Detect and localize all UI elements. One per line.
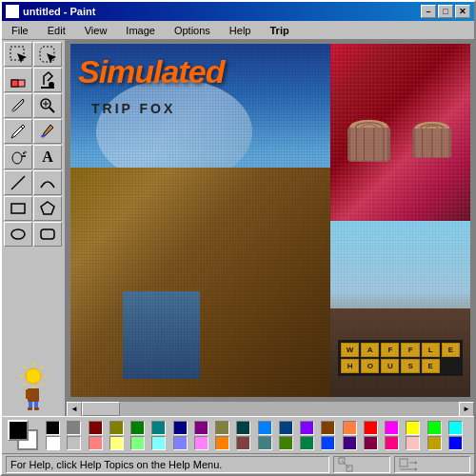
palette-grid [46, 421, 468, 450]
palette-olive3[interactable] [279, 436, 293, 450]
tool-ellipse[interactable] [4, 222, 32, 247]
simulated-text: Simulated [78, 55, 224, 88]
waffle-letter-a: A [361, 343, 379, 357]
svg-rect-34 [29, 402, 32, 408]
menu-file[interactable]: File [6, 24, 34, 37]
palette-white[interactable] [46, 436, 60, 450]
palette-brown2[interactable] [236, 436, 250, 450]
canvas-inner[interactable]: W A F F L E H O U S [70, 44, 470, 397]
palette-pink-light[interactable] [89, 436, 103, 450]
palette-olive[interactable] [109, 421, 124, 435]
palette-hot-pink[interactable] [385, 436, 399, 450]
menu-view[interactable]: View [79, 24, 113, 37]
palette-dark-teal[interactable] [236, 421, 250, 435]
palette-orange2[interactable] [215, 436, 229, 450]
waffle-letter-e: E [442, 343, 460, 357]
tool-line[interactable] [4, 170, 32, 195]
tool-brush[interactable] [33, 119, 62, 144]
palette-cyan[interactable] [448, 421, 463, 435]
minimize-button[interactable]: – [421, 5, 436, 18]
scrollbar-track[interactable] [82, 402, 459, 416]
waffle-letter-s: S [401, 359, 419, 373]
scrollbar-thumb[interactable] [82, 402, 120, 416]
tool-zoom[interactable] [33, 93, 62, 118]
tool-airbrush[interactable] [4, 145, 32, 169]
svg-marker-66 [415, 467, 417, 471]
palette-purple[interactable] [194, 421, 208, 435]
tool-row-3 [4, 93, 63, 118]
palette-teal[interactable] [151, 421, 166, 435]
palette-blush[interactable] [406, 436, 420, 450]
palette-cyan-light[interactable] [151, 436, 166, 450]
palette-gray[interactable] [67, 421, 81, 435]
palette-blue-pastel[interactable] [173, 436, 188, 450]
foreground-color-swatch[interactable] [8, 420, 29, 441]
tool-eyedrop[interactable] [4, 93, 32, 118]
svg-rect-33 [26, 389, 30, 399]
palette-slate[interactable] [258, 436, 272, 450]
palette-olive2[interactable] [215, 421, 229, 435]
palette-gold[interactable] [427, 436, 442, 450]
menu-trip[interactable]: Trip [264, 24, 294, 37]
artwork-canvas[interactable]: W A F F L E H O U S [70, 44, 470, 397]
svg-point-17 [24, 150, 25, 151]
svg-marker-64 [415, 461, 417, 465]
waffle-letter-e2: E [422, 359, 440, 373]
tool-select-rect[interactable] [4, 42, 32, 67]
palette-green-light[interactable] [130, 436, 145, 450]
palette-dark-blue[interactable] [279, 421, 293, 435]
svg-rect-4 [11, 80, 18, 87]
palette-black[interactable] [46, 421, 60, 435]
tool-select-free[interactable] [33, 42, 62, 67]
palette-red[interactable] [364, 421, 378, 435]
coords-icon [338, 457, 353, 472]
menu-edit[interactable]: Edit [42, 24, 71, 37]
menu-image[interactable]: Image [120, 24, 161, 37]
palette-navy[interactable] [173, 421, 188, 435]
palette-yellow-light[interactable] [109, 436, 124, 450]
palette-yellow[interactable] [406, 421, 420, 435]
tool-row-6 [4, 170, 63, 195]
tool-row-8 [4, 222, 63, 247]
palette-blue2[interactable] [321, 436, 335, 450]
palette-green[interactable] [130, 421, 145, 435]
tool-rect[interactable] [4, 196, 32, 221]
close-button[interactable]: ✕ [455, 5, 470, 18]
palette-burgundy[interactable] [364, 436, 378, 450]
tool-fill[interactable] [33, 68, 62, 92]
palette-blue3[interactable] [448, 436, 463, 450]
svg-line-61 [342, 461, 349, 468]
tool-pencil[interactable] [4, 119, 32, 144]
palette-indigo[interactable] [343, 436, 357, 450]
palette-maroon[interactable] [89, 421, 103, 435]
tool-rounded-rect[interactable] [33, 222, 62, 247]
waffle-letter-o: O [361, 359, 379, 373]
window-title: untitled - Paint [23, 6, 95, 17]
palette-magenta[interactable] [385, 421, 399, 435]
tool-text[interactable]: A [33, 145, 62, 169]
maximize-button[interactable]: □ [438, 5, 453, 18]
waffle-letter-u: U [381, 359, 399, 373]
waffle-letter-f1: F [381, 343, 399, 357]
tool-polygon[interactable] [33, 196, 62, 221]
palette-blue-light[interactable] [258, 421, 272, 435]
menu-options[interactable]: Options [169, 24, 216, 37]
status-size [394, 456, 470, 473]
canvas-scroll-area[interactable]: W A F F L E H O U S [67, 40, 474, 401]
menu-help[interactable]: Help [224, 24, 257, 37]
palette-pink-pastel[interactable] [194, 436, 208, 450]
toolbar: A [2, 40, 67, 416]
tool-eraser[interactable] [4, 68, 32, 92]
palette-lime[interactable] [427, 421, 442, 435]
svg-line-9 [50, 108, 54, 112]
palette-sea-green[interactable] [300, 436, 314, 450]
tool-row-7 [4, 196, 63, 221]
tool-curve[interactable] [33, 170, 62, 195]
scroll-left-button[interactable]: ◄ [67, 402, 82, 417]
svg-point-13 [12, 152, 22, 164]
palette-brown[interactable] [321, 421, 335, 435]
palette-orange[interactable] [343, 421, 357, 435]
palette-silver[interactable] [67, 436, 81, 450]
scroll-right-button[interactable]: ► [459, 402, 474, 417]
palette-violet[interactable] [300, 421, 314, 435]
